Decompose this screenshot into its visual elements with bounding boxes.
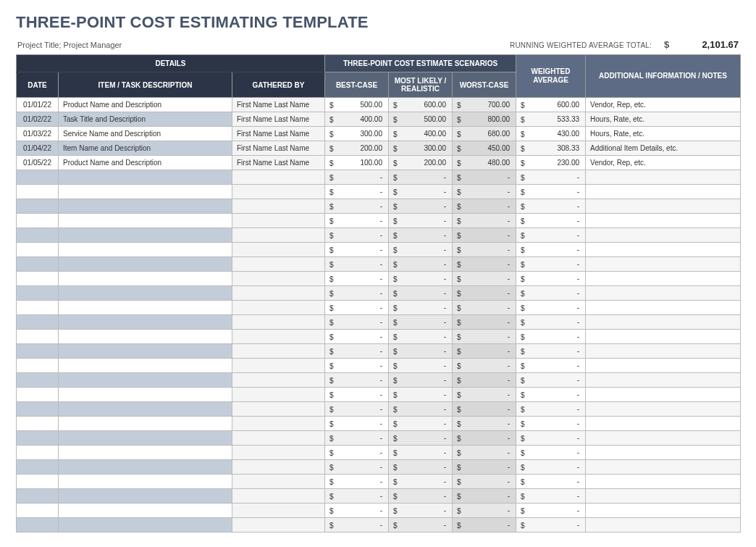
cell-date[interactable] bbox=[17, 214, 59, 228]
cell-likely[interactable]: $- bbox=[389, 170, 453, 185]
cell-worst[interactable]: $- bbox=[453, 489, 516, 504]
cell-date[interactable] bbox=[17, 170, 59, 185]
cell-gathered[interactable] bbox=[232, 344, 325, 359]
cell-notes[interactable] bbox=[586, 373, 741, 388]
cell-item[interactable] bbox=[59, 199, 232, 214]
cell-likely[interactable]: $- bbox=[389, 228, 453, 243]
cell-worst[interactable]: $- bbox=[453, 518, 516, 533]
cell-date[interactable] bbox=[17, 359, 59, 373]
cell-worst[interactable]: $680.00 bbox=[453, 127, 516, 141]
cell-likely[interactable]: $- bbox=[389, 446, 453, 460]
cell-gathered[interactable] bbox=[232, 431, 325, 446]
cell-notes[interactable]: Additional Item Details, etc. bbox=[586, 141, 741, 156]
cell-notes[interactable]: Hours, Rate, etc. bbox=[586, 127, 741, 141]
cell-worst[interactable]: $- bbox=[453, 402, 516, 417]
cell-worst[interactable]: $- bbox=[453, 475, 516, 489]
cell-best[interactable]: $- bbox=[325, 489, 389, 504]
cell-best[interactable]: $- bbox=[325, 344, 389, 359]
cell-best[interactable]: $- bbox=[325, 214, 389, 228]
cell-best[interactable]: $- bbox=[325, 228, 389, 243]
cell-likely[interactable]: $400.00 bbox=[389, 127, 453, 141]
cell-date[interactable] bbox=[17, 518, 59, 533]
cell-likely[interactable]: $- bbox=[389, 214, 453, 228]
cell-notes[interactable] bbox=[586, 460, 741, 475]
cell-worst[interactable]: $- bbox=[453, 257, 516, 272]
cell-worst[interactable]: $- bbox=[453, 388, 516, 402]
cell-wavg[interactable]: $- bbox=[516, 402, 586, 417]
cell-likely[interactable]: $- bbox=[389, 518, 453, 533]
cell-date[interactable] bbox=[17, 315, 59, 330]
cell-notes[interactable] bbox=[586, 504, 741, 518]
cell-wavg[interactable]: $- bbox=[516, 170, 586, 185]
cell-wavg[interactable]: $- bbox=[516, 315, 586, 330]
cell-best[interactable]: $- bbox=[325, 417, 389, 431]
cell-wavg[interactable]: $- bbox=[516, 446, 586, 460]
cell-notes[interactable]: Vendor, Rep, etc. bbox=[586, 156, 741, 170]
cell-wavg[interactable]: $230.00 bbox=[516, 156, 586, 170]
cell-wavg[interactable]: $- bbox=[516, 489, 586, 504]
cell-wavg[interactable]: $- bbox=[516, 272, 586, 286]
cell-best[interactable]: $- bbox=[325, 460, 389, 475]
cell-date[interactable] bbox=[17, 286, 59, 301]
cell-gathered[interactable] bbox=[232, 330, 325, 344]
cell-date[interactable]: 01/01/22 bbox=[17, 98, 59, 112]
cell-gathered[interactable] bbox=[232, 272, 325, 286]
cell-date[interactable]: 01/04/22 bbox=[17, 141, 59, 156]
cell-worst[interactable]: $800.00 bbox=[453, 112, 516, 127]
cell-item[interactable]: Task Title and Description bbox=[59, 112, 232, 127]
cell-likely[interactable]: $- bbox=[389, 199, 453, 214]
cell-worst[interactable]: $480.00 bbox=[453, 156, 516, 170]
cell-likely[interactable]: $600.00 bbox=[389, 98, 453, 112]
cell-date[interactable] bbox=[17, 185, 59, 199]
cell-likely[interactable]: $- bbox=[389, 460, 453, 475]
cell-worst[interactable]: $- bbox=[453, 301, 516, 315]
cell-likely[interactable]: $- bbox=[389, 243, 453, 257]
cell-item[interactable]: Item Name and Description bbox=[59, 141, 232, 156]
cell-gathered[interactable] bbox=[232, 489, 325, 504]
cell-date[interactable] bbox=[17, 373, 59, 388]
cell-notes[interactable] bbox=[586, 417, 741, 431]
cell-date[interactable] bbox=[17, 417, 59, 431]
cell-best[interactable]: $- bbox=[325, 243, 389, 257]
cell-worst[interactable]: $- bbox=[453, 228, 516, 243]
cell-notes[interactable]: Hours, Rate, etc. bbox=[586, 112, 741, 127]
cell-worst[interactable]: $- bbox=[453, 170, 516, 185]
cell-wavg[interactable]: $308.33 bbox=[516, 141, 586, 156]
cell-likely[interactable]: $300.00 bbox=[389, 141, 453, 156]
cell-item[interactable] bbox=[59, 388, 232, 402]
cell-notes[interactable] bbox=[586, 170, 741, 185]
cell-worst[interactable]: $450.00 bbox=[453, 141, 516, 156]
cell-likely[interactable]: $- bbox=[389, 272, 453, 286]
cell-notes[interactable] bbox=[586, 257, 741, 272]
cell-date[interactable] bbox=[17, 489, 59, 504]
cell-notes[interactable] bbox=[586, 185, 741, 199]
cell-best[interactable]: $- bbox=[325, 315, 389, 330]
cell-likely[interactable]: $- bbox=[389, 504, 453, 518]
cell-date[interactable] bbox=[17, 257, 59, 272]
cell-item[interactable] bbox=[59, 330, 232, 344]
cell-date[interactable] bbox=[17, 272, 59, 286]
cell-best[interactable]: $- bbox=[325, 185, 389, 199]
cell-likely[interactable]: $- bbox=[389, 257, 453, 272]
cell-best[interactable]: $- bbox=[325, 286, 389, 301]
cell-gathered[interactable] bbox=[232, 243, 325, 257]
cell-wavg[interactable]: $- bbox=[516, 388, 586, 402]
cell-worst[interactable]: $- bbox=[453, 243, 516, 257]
cell-best[interactable]: $- bbox=[325, 199, 389, 214]
cell-date[interactable] bbox=[17, 460, 59, 475]
cell-worst[interactable]: $- bbox=[453, 199, 516, 214]
cell-notes[interactable] bbox=[586, 243, 741, 257]
cell-gathered[interactable]: First Name Last Name bbox=[232, 141, 325, 156]
cell-date[interactable] bbox=[17, 199, 59, 214]
cell-gathered[interactable] bbox=[232, 460, 325, 475]
cell-notes[interactable] bbox=[586, 301, 741, 315]
cell-gathered[interactable] bbox=[232, 475, 325, 489]
cell-item[interactable] bbox=[59, 170, 232, 185]
cell-gathered[interactable] bbox=[232, 214, 325, 228]
cell-item[interactable] bbox=[59, 286, 232, 301]
cell-best[interactable]: $- bbox=[325, 402, 389, 417]
cell-likely[interactable]: $- bbox=[389, 359, 453, 373]
cell-notes[interactable] bbox=[586, 199, 741, 214]
cell-gathered[interactable] bbox=[232, 446, 325, 460]
cell-notes[interactable] bbox=[586, 388, 741, 402]
